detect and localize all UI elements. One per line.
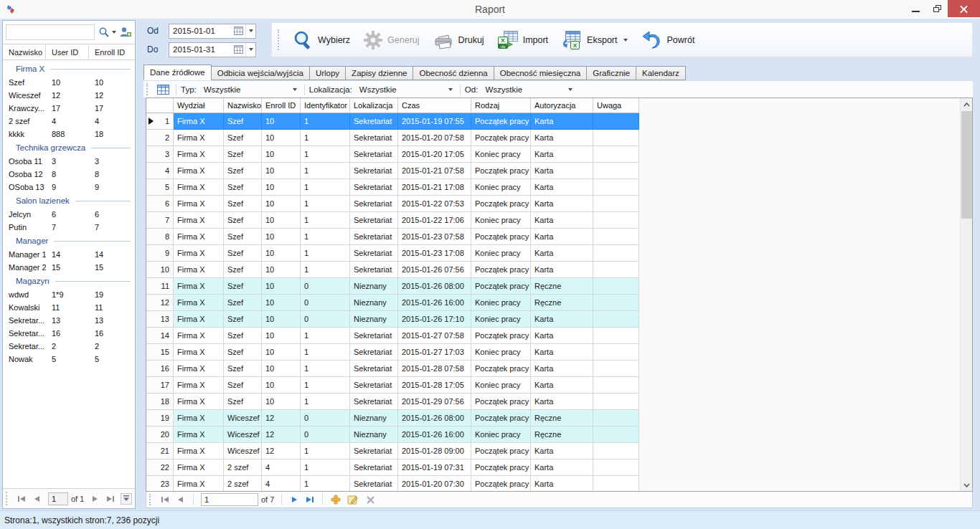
drukuj-button[interactable]: Drukuj [426,27,491,53]
table-row[interactable]: 14Firma XSzef101Sekretariat2015-01-27 07… [146,328,960,344]
column-header-wydzia[interactable]: Wydział [174,98,224,113]
column-header-czas[interactable]: Czas [398,98,471,113]
table-row[interactable]: 20Firma XWiceszef120Nieznany2015-01-26 1… [146,426,960,443]
table-row[interactable]: 17Firma XSzef101Sekretariat2015-01-28 17… [146,377,960,394]
sidebar-pager-first-button[interactable] [14,492,29,506]
minimize-button[interactable] [905,0,926,17]
add-user-icon[interactable] [118,26,132,39]
sidebar-pager-next-button[interactable] [87,492,103,506]
calendar-icon[interactable] [234,27,243,35]
group-header-manager[interactable]: Manager [3,234,135,248]
table-row[interactable]: 13Firma XSzef100Nieznany2015-01-26 17:10… [146,311,960,328]
row-selector[interactable]: 16 [146,361,174,377]
tab-zapisy-dzienne[interactable]: Zapisy dzienne [346,66,413,80]
row-selector[interactable]: 4 [146,163,174,179]
employee-row[interactable]: 2 szef44 [3,115,135,128]
row-selector[interactable]: 2 [146,130,174,146]
employee-row[interactable]: Nowak55 [3,353,135,366]
tab-kalendarz[interactable]: Kalendarz [636,66,686,80]
wybierz-button[interactable]: Wybierz [286,27,357,54]
employee-row[interactable]: Jelcyn66 [3,208,135,221]
group-header-salon-lazienek[interactable]: Salon lazienek [3,194,135,208]
column-header-enroll-id[interactable]: Enroll ID [262,98,301,113]
column-header-uwaga[interactable]: Uwaga [593,98,639,113]
table-row[interactable]: 22Firma X2 szef41Sekretariat2015-01-19 0… [146,459,960,476]
table-row[interactable]: 8Firma XSzef101Sekretariat2015-01-23 07:… [146,229,960,245]
sidebar-col-userid[interactable]: User ID [46,44,89,59]
employee-row[interactable]: Wiceszef1212 [3,89,135,102]
search-input[interactable] [6,24,95,40]
row-selector[interactable]: 10 [146,262,174,278]
grid-pager-last-button[interactable] [302,492,318,507]
sidebar-pager-last-button[interactable] [103,492,118,506]
row-selector[interactable]: 17 [146,377,174,394]
employee-row[interactable]: Osoba 1288 [3,168,135,181]
table-row[interactable]: 5Firma XSzef101Sekretariat2015-01-21 17:… [146,179,960,196]
calendar-icon[interactable] [234,45,243,54]
sidebar-pager-prev-button[interactable] [29,492,45,506]
add-record-button[interactable] [329,492,343,507]
employee-row[interactable]: Szef1010 [3,76,135,89]
close-button[interactable] [948,0,980,17]
column-header-identyfikator[interactable]: Identyfikator [301,98,350,113]
table-row[interactable]: 4Firma XSzef101Sekretariat2015-01-21 07:… [146,163,960,179]
sidebar-page-input[interactable]: 1 [48,492,68,505]
group-header-firma-x[interactable]: Firma X [3,62,135,76]
table-row[interactable]: 11Firma XSzef100Nieznany2015-01-26 08:00… [146,278,960,295]
tab-dane-r-d-owe[interactable]: Dane źródłowe [143,65,212,80]
tab-graficznie[interactable]: Graficznie [587,66,636,80]
date-from-dropdown-button[interactable] [245,24,255,38]
employee-row[interactable]: Osoba 1133 [3,155,135,168]
row-selector[interactable]: 8 [146,229,174,245]
grid-pager-next-button[interactable] [286,492,302,507]
group-header-magazyn[interactable]: Magazyn [3,274,135,288]
employee-row[interactable]: kkkk88818 [3,128,135,140]
employee-row[interactable]: Sekretar...1616 [3,327,135,340]
table-row[interactable]: 15Firma XSzef101Sekretariat2015-01-27 17… [146,344,960,361]
edit-record-button[interactable] [346,492,360,507]
date-to-dropdown-button[interactable] [245,43,255,57]
date-from-field[interactable]: 2015-01-01 [169,24,256,39]
row-selector[interactable]: 13 [146,311,174,328]
search-icon[interactable] [98,27,110,38]
search-options-chevron-icon[interactable] [112,31,116,34]
row-selector[interactable]: 15 [146,344,174,361]
column-header-lokalizacja[interactable]: Lokalizacja [350,98,398,113]
employee-row[interactable]: Manager 21515 [3,261,135,274]
filter-odcombo[interactable]: Wszystkie [482,82,575,97]
employee-row[interactable]: Krawczy...1717 [3,102,135,115]
employee-row[interactable]: Manager 11414 [3,248,135,261]
employee-row[interactable]: Sekretar...1313 [3,314,135,327]
table-row[interactable]: 21Firma XWiceszef121Sekretariat2015-01-2… [146,443,960,459]
group-header-technika-grzewcza[interactable]: Technika grzewcza [3,140,135,155]
column-header-nazwisko[interactable]: Nazwisko [224,98,262,113]
eksport-button[interactable]: XEksport [555,27,634,54]
table-row[interactable]: 7Firma XSzef101Sekretariat2015-01-22 17:… [146,212,960,229]
import-button[interactable]: xlsXImport [491,27,555,54]
row-selector[interactable]: 23 [146,476,174,491]
employee-row[interactable]: Sekretar...22 [3,340,135,353]
grid-pager-prev-button[interactable] [173,492,189,507]
grid-pager-first-button[interactable] [157,492,173,507]
table-row[interactable]: 16Firma XSzef101Sekretariat2015-01-28 07… [146,361,960,377]
tab-obecno-miesi-czna[interactable]: Obecność miesięczna [494,66,588,80]
powr-t-button[interactable]: Powrót [634,27,701,53]
row-selector[interactable]: 22 [146,459,174,476]
table-row[interactable]: 9Firma XSzef101Sekretariat2015-01-23 17:… [146,245,960,262]
table-row[interactable]: 19Firma XWiceszef120Nieznany2015-01-26 0… [146,410,960,426]
restore-button[interactable] [926,0,948,17]
chevron-down-icon[interactable] [623,39,628,42]
row-selector[interactable]: 18 [146,394,174,410]
scrollbar-thumb[interactable] [961,111,972,219]
row-selector[interactable]: 20 [146,426,174,443]
scroll-up-button[interactable] [961,98,973,110]
employee-row[interactable]: Putin77 [3,221,135,234]
table-row[interactable]: 12Firma XSzef100Nieznany2015-01-26 16:00… [146,295,960,311]
employee-row[interactable]: wdwd1*919 [3,288,135,301]
row-selector[interactable]: 12 [146,295,174,311]
table-row[interactable]: 10Firma XSzef101Sekretariat2015-01-26 07… [146,262,960,278]
tab-urlopy[interactable]: Urlopy [310,66,346,80]
column-header-rodzaj[interactable]: Rodzaj [471,98,531,113]
tab-odbicia-wej-cia-wyj-cia[interactable]: Odbicia wejścia/wyjścia [212,66,310,80]
row-selector[interactable]: 19 [146,410,174,426]
